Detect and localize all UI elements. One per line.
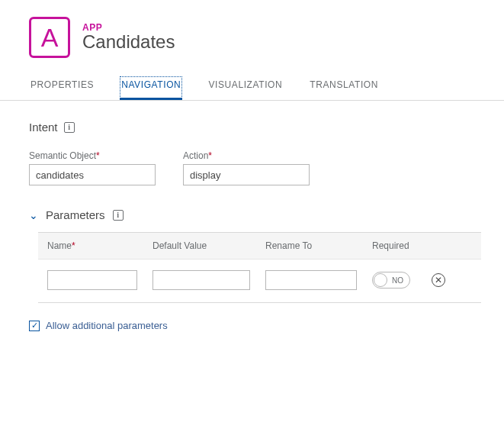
parameters-table-header: Name* Default Value Rename To Required (38, 232, 481, 260)
intent-fields: Semantic Object* Action* (29, 150, 481, 185)
page-title: Candidates (82, 31, 175, 53)
col-name-header: Name* (47, 240, 137, 251)
semantic-object-label-text: Semantic Object (29, 150, 96, 161)
intent-label: Intent (29, 121, 58, 134)
intent-section-header: Intent i (29, 121, 481, 134)
parameters-section-header[interactable]: ⌄ Parameters i (29, 208, 481, 221)
tab-visualization[interactable]: VISUALIZATION (207, 76, 284, 100)
parameters-table: Name* Default Value Rename To Required N… (38, 232, 481, 303)
param-name-input[interactable] (47, 270, 137, 290)
semantic-object-field: Semantic Object* (29, 150, 156, 185)
allow-additional-label: Allow additional parameters (46, 320, 168, 331)
required-asterisk: * (72, 240, 75, 251)
delete-row-icon[interactable]: ✕ (432, 273, 445, 287)
info-icon[interactable]: i (113, 210, 124, 221)
param-rename-input[interactable] (265, 270, 357, 290)
required-toggle[interactable]: NO (372, 272, 410, 289)
app-icon: A (29, 17, 70, 58)
allow-additional-row[interactable]: ✓ Allow additional parameters (29, 320, 481, 331)
table-row: NO ✕ (38, 260, 481, 303)
allow-additional-checkbox[interactable]: ✓ (29, 321, 40, 331)
col-default-header: Default Value (152, 240, 250, 251)
action-label-text: Action (183, 150, 208, 161)
chevron-down-icon[interactable]: ⌄ (29, 209, 38, 221)
action-input[interactable] (183, 164, 310, 185)
param-default-input[interactable] (152, 270, 250, 290)
col-rename-header: Rename To (265, 240, 357, 251)
parameters-label: Parameters (46, 208, 105, 221)
info-icon[interactable]: i (64, 122, 75, 133)
toggle-value: NO (392, 276, 403, 285)
app-header: A APP Candidates (0, 0, 504, 69)
tab-properties[interactable]: PROPERTIES (29, 76, 95, 100)
tab-translation[interactable]: TRANSLATION (308, 76, 380, 100)
content-area: Intent i Semantic Object* Action* ⌄ Para… (0, 101, 504, 331)
required-asterisk: * (96, 150, 100, 161)
required-asterisk: * (208, 150, 212, 161)
tab-navigation[interactable]: NAVIGATION (120, 76, 182, 100)
toggle-knob (374, 273, 387, 287)
tab-bar: PROPERTIES NAVIGATION VISUALIZATION TRAN… (0, 69, 504, 101)
action-field: Action* (183, 150, 310, 185)
semantic-object-label: Semantic Object* (29, 150, 156, 161)
app-icon-letter: A (41, 24, 59, 50)
action-label: Action* (183, 150, 310, 161)
app-title-block: APP Candidates (82, 22, 175, 53)
col-required-header: Required (372, 240, 441, 251)
semantic-object-input[interactable] (29, 164, 156, 185)
col-name-text: Name (47, 240, 72, 251)
